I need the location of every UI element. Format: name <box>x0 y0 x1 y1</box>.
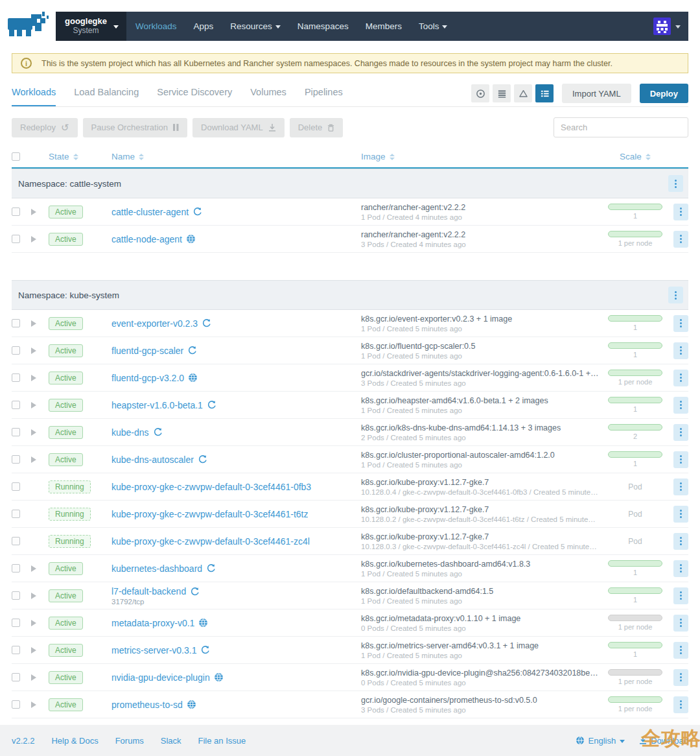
version-link[interactable]: v2.2.2 <box>12 736 34 746</box>
workload-link[interactable]: kube-dns-autoscaler <box>111 455 207 465</box>
expand-row-icon[interactable] <box>31 209 36 215</box>
expand-row-icon[interactable] <box>31 620 36 626</box>
nav-item-namespaces[interactable]: Namespaces <box>298 21 349 31</box>
nav-item-apps[interactable]: Apps <box>194 21 214 31</box>
workload-link[interactable]: kubernetes-dashboard <box>111 563 216 574</box>
tab-pipelines[interactable]: Pipelines <box>305 80 343 106</box>
nav-item-members[interactable]: Members <box>366 21 402 31</box>
row-menu-button[interactable] <box>673 506 688 523</box>
expand-row-icon[interactable] <box>31 674 36 681</box>
row-checkbox[interactable] <box>12 510 20 518</box>
row-checkbox[interactable] <box>12 373 20 382</box>
list-view-icon[interactable] <box>535 84 554 102</box>
row-checkbox[interactable] <box>12 235 20 243</box>
redeploy-button[interactable]: Redeploy ↺ <box>12 118 78 137</box>
workload-link[interactable]: prometheus-to-sd <box>111 700 196 710</box>
row-checkbox[interactable] <box>12 591 20 600</box>
workload-link[interactable]: event-exporter-v0.2.3 <box>111 318 211 329</box>
tab-load-balancing[interactable]: Load Balancing <box>74 80 139 106</box>
expand-row-icon[interactable] <box>31 593 36 599</box>
expand-row-icon[interactable] <box>31 429 36 436</box>
state-column-header[interactable]: State <box>49 152 78 161</box>
row-menu-button[interactable] <box>673 451 688 468</box>
name-column-header[interactable]: Name <box>111 152 361 161</box>
footer-link-help-docs[interactable]: Help & Docs <box>51 736 98 746</box>
expand-row-icon[interactable] <box>31 320 36 327</box>
row-checkbox[interactable] <box>12 646 20 654</box>
tab-workloads[interactable]: Workloads <box>12 80 56 106</box>
row-checkbox[interactable] <box>12 619 20 627</box>
workload-link[interactable]: cattle-node-agent <box>111 234 196 244</box>
row-checkbox[interactable] <box>12 537 20 545</box>
workload-link[interactable]: kube-proxy-gke-c-zwvpw-default-0-3cef446… <box>111 536 310 547</box>
download-yaml-button[interactable]: Download YAML <box>192 118 285 137</box>
language-selector[interactable]: English <box>576 736 625 746</box>
footer-link-file-an-issue[interactable]: File an Issue <box>198 736 246 746</box>
workload-link[interactable]: heapster-v1.6.0-beta.1 <box>111 400 216 410</box>
row-menu-button[interactable] <box>673 424 688 441</box>
workload-link[interactable]: kube-proxy-gke-c-zwvpw-default-0-3cef446… <box>111 482 311 492</box>
row-menu-button[interactable] <box>673 478 688 495</box>
row-menu-button[interactable] <box>673 696 688 713</box>
expand-row-icon[interactable] <box>31 402 36 408</box>
row-menu-button[interactable] <box>673 560 688 577</box>
workload-link[interactable]: nvidia-gpu-device-plugin <box>111 672 224 683</box>
row-menu-button[interactable] <box>673 669 688 686</box>
workload-link[interactable]: metadata-proxy-v0.1 <box>111 618 208 628</box>
row-checkbox[interactable] <box>12 564 20 573</box>
namespace-menu-button[interactable] <box>668 175 683 192</box>
nav-item-workloads[interactable]: Workloads <box>135 21 177 31</box>
tab-volumes[interactable]: Volumes <box>250 80 286 106</box>
tab-service-discovery[interactable]: Service Discovery <box>157 80 232 106</box>
row-menu-button[interactable] <box>673 315 688 332</box>
row-checkbox[interactable] <box>12 455 20 464</box>
footer-link-slack[interactable]: Slack <box>161 736 181 746</box>
avatar[interactable] <box>653 18 671 35</box>
scale-column-header[interactable]: Scale <box>620 152 651 161</box>
row-menu-button[interactable] <box>673 587 688 604</box>
workload-link[interactable]: metrics-server-v0.3.1 <box>111 645 210 656</box>
row-checkbox[interactable] <box>12 319 20 327</box>
row-menu-button[interactable] <box>673 615 688 632</box>
row-menu-button[interactable] <box>673 397 688 414</box>
delete-button[interactable]: Delete <box>290 118 344 137</box>
nav-item-tools[interactable]: Tools <box>419 21 448 31</box>
workload-link[interactable]: cattle-cluster-agent <box>111 207 202 217</box>
row-checkbox[interactable] <box>12 428 20 436</box>
workload-link[interactable]: fluentd-gcp-scaler <box>111 346 197 356</box>
project-selector[interactable]: googlegke System <box>56 12 126 41</box>
gauge-icon[interactable] <box>471 84 489 102</box>
expand-row-icon[interactable] <box>31 456 36 463</box>
deploy-button[interactable]: Deploy <box>640 84 688 103</box>
row-checkbox[interactable] <box>12 700 20 709</box>
row-menu-button[interactable] <box>673 533 688 550</box>
footer-link-forums[interactable]: Forums <box>115 736 144 746</box>
workload-link[interactable]: kube-proxy-gke-c-zwvpw-default-0-3cef446… <box>111 509 308 519</box>
nav-item-resources[interactable]: Resources <box>230 21 281 31</box>
workload-link[interactable]: fluentd-gcp-v3.2.0 <box>111 373 198 383</box>
pause-orchestration-button[interactable]: Pause Orchestration <box>83 118 188 137</box>
expand-row-icon[interactable] <box>31 702 36 708</box>
import-yaml-button[interactable]: Import YAML <box>562 84 631 103</box>
row-checkbox[interactable] <box>12 401 20 409</box>
expand-row-icon[interactable] <box>31 565 36 572</box>
row-menu-button[interactable] <box>673 231 688 248</box>
image-column-header[interactable]: Image <box>361 152 599 161</box>
expand-row-icon[interactable] <box>31 348 36 354</box>
chevron-down-icon[interactable] <box>675 25 681 29</box>
search-input[interactable] <box>554 117 688 137</box>
expand-row-icon[interactable] <box>31 375 36 381</box>
namespace-menu-button[interactable] <box>668 287 683 303</box>
row-menu-button[interactable] <box>673 370 688 386</box>
triangle-icon[interactable] <box>514 84 532 102</box>
row-menu-button[interactable] <box>673 204 688 220</box>
workload-link[interactable]: l7-default-backend <box>111 586 200 597</box>
expand-row-icon[interactable] <box>31 236 36 242</box>
select-all-checkbox[interactable] <box>12 152 20 161</box>
download-cli-link[interactable]: Download <box>639 736 688 746</box>
row-checkbox[interactable] <box>12 482 20 491</box>
row-menu-button[interactable] <box>673 342 688 359</box>
row-checkbox[interactable] <box>12 673 20 681</box>
row-menu-button[interactable] <box>673 642 688 659</box>
expand-row-icon[interactable] <box>31 647 36 654</box>
